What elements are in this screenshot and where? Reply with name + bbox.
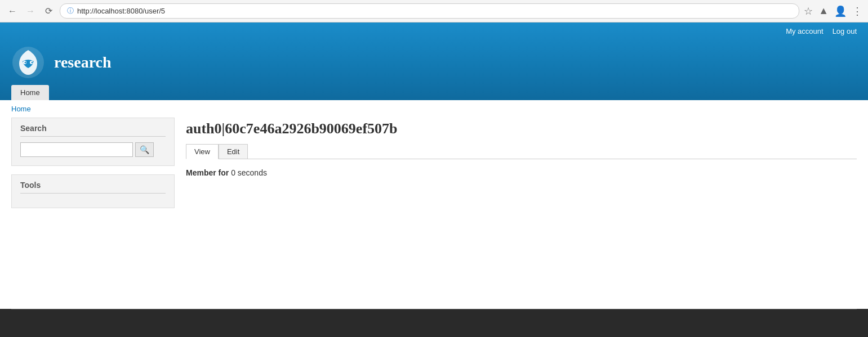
content-area: auth0|60c7e46a2926b90069ef507b View Edit…	[186, 118, 857, 286]
bookmark-icon[interactable]: ☆	[804, 5, 813, 17]
nav-home[interactable]: Home	[11, 85, 49, 100]
sidebar: Search 🔍 Tools	[11, 118, 175, 286]
forward-button[interactable]: →	[24, 5, 37, 18]
search-block-title: Search	[20, 124, 166, 137]
profile-icon[interactable]: 👤	[834, 5, 847, 17]
tools-block-title: Tools	[20, 181, 166, 194]
member-for-label: Member for	[186, 168, 229, 177]
url-text: http://localhost:8080/user/5	[77, 7, 792, 15]
my-account-link[interactable]: My account	[786, 27, 823, 35]
footer-divider	[11, 309, 857, 309]
search-input[interactable]	[20, 142, 133, 157]
page-title: auth0|60c7e46a2926b90069ef507b	[186, 120, 857, 137]
back-button[interactable]: ←	[6, 5, 19, 18]
site-header: My account Log out research Home	[0, 23, 868, 100]
address-bar[interactable]: ⓘ http://localhost:8080/user/5	[60, 3, 799, 19]
tools-block: Tools	[11, 174, 175, 208]
header-branding: research	[0, 40, 868, 79]
browser-right-icons: ☆ ▲ 👤 ⋮	[804, 5, 862, 17]
breadcrumb: Home	[0, 100, 868, 118]
search-button[interactable]: 🔍	[135, 142, 154, 157]
member-info: Member for 0 seconds	[186, 168, 857, 177]
member-for-duration: 0 seconds	[231, 168, 267, 177]
browser-chrome: ← → ⟳ ⓘ http://localhost:8080/user/5 ☆ ▲…	[0, 0, 868, 23]
site-name[interactable]: research	[54, 53, 112, 71]
extension-icon[interactable]: ▲	[818, 5, 829, 17]
menu-icon[interactable]: ⋮	[852, 5, 862, 17]
search-icon: 🔍	[140, 145, 149, 154]
tab-view[interactable]: View	[186, 144, 219, 159]
search-row: 🔍	[20, 142, 166, 157]
tabs-bar: View Edit	[186, 144, 857, 159]
lock-icon: ⓘ	[67, 6, 74, 16]
search-block: Search 🔍	[11, 118, 175, 166]
header-top-nav: My account Log out	[0, 23, 868, 40]
breadcrumb-home-link[interactable]: Home	[11, 105, 31, 113]
main-container: Search 🔍 Tools auth0|60c7e46a2926b90069e…	[0, 118, 868, 286]
logout-link[interactable]: Log out	[833, 27, 857, 35]
svg-point-3	[25, 62, 26, 64]
svg-point-4	[32, 62, 33, 64]
site-footer	[0, 309, 868, 337]
tab-edit[interactable]: Edit	[219, 144, 248, 159]
main-navigation: Home	[0, 85, 868, 100]
site-logo[interactable]	[11, 46, 45, 79]
refresh-button[interactable]: ⟳	[42, 5, 55, 18]
